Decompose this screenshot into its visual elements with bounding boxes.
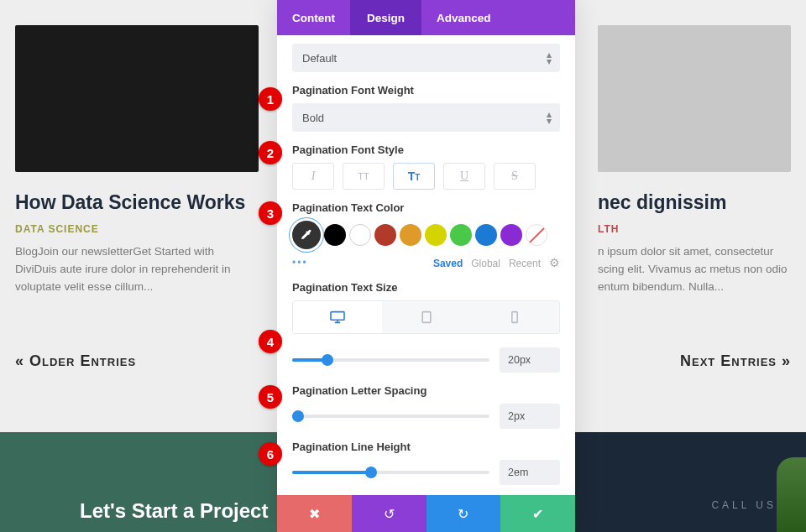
uppercase-button[interactable]: TT bbox=[343, 163, 385, 190]
call-us-label: CALL US bbox=[711, 499, 777, 511]
svg-rect-2 bbox=[512, 312, 517, 323]
color-purple[interactable] bbox=[500, 224, 522, 246]
letter-spacing-label: Pagination Letter Spacing bbox=[292, 384, 560, 397]
device-phone[interactable] bbox=[470, 301, 559, 333]
smallcaps-button[interactable]: TT bbox=[393, 163, 435, 190]
device-tablet[interactable] bbox=[382, 301, 471, 333]
strikethrough-icon: S bbox=[511, 170, 518, 183]
next-entries-link[interactable]: Next Entries » bbox=[680, 352, 791, 370]
underline-button[interactable]: U bbox=[443, 163, 485, 190]
gear-icon[interactable]: ⚙ bbox=[549, 256, 560, 269]
tablet-icon bbox=[418, 310, 435, 324]
palette-global-tab[interactable]: Global bbox=[471, 258, 500, 269]
annotation-badge: 1 bbox=[259, 87, 282, 111]
plant-decoration bbox=[777, 457, 806, 532]
line-height-value[interactable]: 2em bbox=[500, 460, 560, 485]
panel-tabs: Content Design Advanced bbox=[277, 0, 575, 35]
text-size-value[interactable]: 20px bbox=[500, 347, 560, 373]
palette-saved-tab[interactable]: Saved bbox=[433, 258, 463, 269]
device-desktop[interactable] bbox=[293, 301, 382, 333]
confirm-button[interactable]: ✔ bbox=[500, 495, 575, 532]
svg-rect-1 bbox=[422, 312, 431, 323]
letter-spacing-slider[interactable] bbox=[292, 415, 489, 418]
annotation-badge: 2 bbox=[259, 141, 282, 164]
color-black[interactable] bbox=[324, 224, 346, 246]
color-blue[interactable] bbox=[475, 224, 497, 246]
select-value: Default bbox=[302, 52, 337, 65]
undo-button[interactable]: ↺ bbox=[352, 495, 427, 532]
line-height-label: Pagination Line Height bbox=[292, 441, 560, 453]
annotation-badge: 6 bbox=[259, 442, 282, 466]
smallcaps-icon: TT bbox=[408, 170, 421, 183]
phone-icon bbox=[506, 310, 523, 324]
card-excerpt: BlogJoin our newsletterGet Started with … bbox=[15, 243, 259, 296]
underline-icon: U bbox=[460, 170, 468, 183]
strikethrough-button[interactable]: S bbox=[494, 163, 536, 190]
cancel-button[interactable]: ✖ bbox=[277, 495, 352, 532]
desktop-icon bbox=[329, 310, 346, 324]
older-entries-link[interactable]: « Older Entries bbox=[15, 352, 136, 370]
tab-design[interactable]: Design bbox=[350, 0, 421, 35]
text-size-label: Pagination Text Size bbox=[292, 281, 560, 294]
redo-icon: ↻ bbox=[458, 506, 468, 522]
svg-rect-0 bbox=[331, 312, 344, 321]
settings-panel: Content Design Advanced Default ▴▾ Pagin… bbox=[277, 0, 575, 532]
italic-button[interactable]: I bbox=[292, 163, 334, 190]
color-orange[interactable] bbox=[400, 224, 421, 246]
more-dots-icon[interactable]: ••• bbox=[292, 257, 308, 269]
check-icon: ✔ bbox=[532, 506, 543, 522]
font-family-select[interactable]: Default ▴▾ bbox=[292, 44, 560, 72]
text-size-slider[interactable] bbox=[292, 358, 489, 362]
line-height-slider[interactable] bbox=[292, 471, 489, 474]
select-value: Bold bbox=[302, 112, 324, 124]
annotation-badge: 5 bbox=[259, 385, 282, 409]
card-excerpt: n ipsum dolor sit amet, consectetur scin… bbox=[598, 243, 791, 296]
color-red[interactable] bbox=[374, 224, 396, 246]
card-title[interactable]: How Data Science Works bbox=[15, 190, 259, 215]
card-category[interactable]: LTH bbox=[598, 223, 791, 235]
chevron-updown-icon: ▴▾ bbox=[547, 111, 552, 124]
card-category[interactable]: DATA SCIENCE bbox=[15, 223, 259, 235]
eyedropper-button[interactable] bbox=[292, 221, 321, 249]
letter-spacing-value[interactable]: 2px bbox=[500, 404, 560, 429]
tab-advanced[interactable]: Advanced bbox=[421, 0, 506, 35]
tab-content[interactable]: Content bbox=[277, 0, 350, 35]
color-swatches bbox=[292, 221, 560, 249]
uppercase-icon: TT bbox=[358, 171, 369, 181]
color-white[interactable] bbox=[349, 224, 371, 246]
color-green[interactable] bbox=[450, 224, 472, 246]
color-none[interactable] bbox=[526, 224, 547, 246]
color-yellow[interactable] bbox=[425, 224, 447, 246]
font-style-label: Pagination Font Style bbox=[292, 143, 560, 156]
text-color-label: Pagination Text Color bbox=[292, 201, 560, 214]
device-selector bbox=[292, 300, 560, 334]
font-weight-select[interactable]: Bold ▴▾ bbox=[292, 103, 560, 132]
eyedropper-icon bbox=[300, 228, 313, 242]
close-icon: ✖ bbox=[309, 506, 320, 522]
blog-card-2: nec dignissim LTH n ipsum dolor sit amet… bbox=[598, 25, 791, 386]
undo-icon: ↺ bbox=[384, 506, 395, 522]
palette-recent-tab[interactable]: Recent bbox=[509, 258, 541, 269]
card-title[interactable]: nec dignissim bbox=[598, 190, 791, 215]
redo-button[interactable]: ↻ bbox=[427, 495, 501, 532]
chevron-updown-icon: ▴▾ bbox=[547, 51, 552, 65]
card-image bbox=[598, 25, 791, 172]
font-weight-label: Pagination Font Weight bbox=[292, 84, 560, 96]
card-image bbox=[15, 25, 259, 172]
annotation-badge: 3 bbox=[259, 201, 282, 225]
annotation-badge: 4 bbox=[259, 330, 282, 353]
project-heading: Let's Start a Project bbox=[80, 499, 268, 523]
panel-footer: ✖ ↺ ↻ ✔ bbox=[277, 495, 575, 532]
blog-card-1: How Data Science Works DATA SCIENCE Blog… bbox=[15, 25, 259, 386]
italic-icon: I bbox=[311, 170, 316, 183]
